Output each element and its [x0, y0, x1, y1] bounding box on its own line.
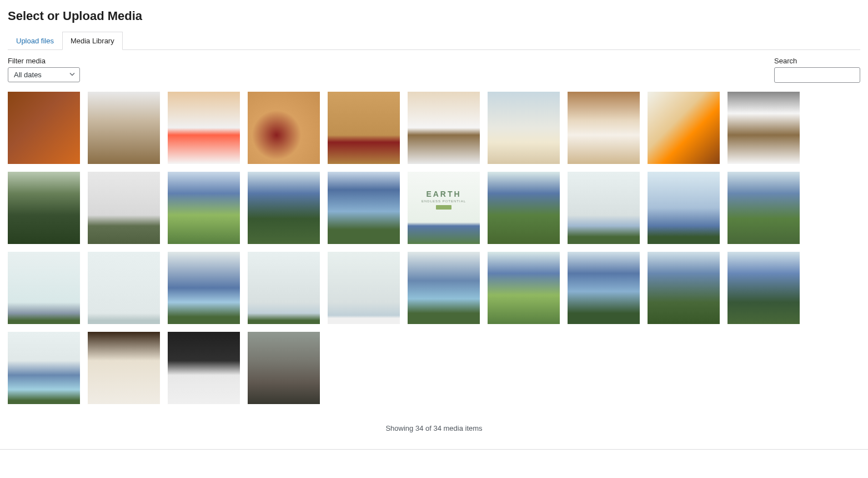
media-item-food-pizza[interactable] [648, 92, 720, 164]
media-item-food-crepe-plate[interactable] [408, 92, 480, 164]
media-thumbnail [168, 332, 240, 404]
item-count-text: Showing 34 of 34 media items [0, 409, 868, 450]
media-item-food-cake-slice[interactable] [88, 92, 160, 164]
media-item-mountains-minimal-3[interactable] [248, 252, 320, 324]
media-item-nature-forest-fog[interactable] [8, 172, 80, 244]
media-thumbnail [408, 92, 480, 164]
media-thumbnail [727, 172, 800, 244]
media-thumbnail [488, 252, 560, 324]
media-thumbnail [568, 172, 640, 244]
media-thumbnail [8, 172, 80, 244]
media-item-mountains-lake-island[interactable] [8, 332, 80, 404]
media-item-mountains-illustration-1[interactable] [168, 172, 240, 244]
earth-card-button [436, 205, 451, 210]
date-filter-select[interactable]: All dates [8, 67, 80, 82]
media-item-mountains-river-3[interactable] [568, 252, 640, 324]
tab-upload-files[interactable]: Upload files [8, 32, 62, 50]
media-thumbnail [8, 252, 80, 324]
tab-media-library[interactable]: Media Library [62, 32, 123, 50]
media-item-food-pastry-rolls[interactable] [568, 92, 640, 164]
media-item-business-signing-2[interactable] [168, 332, 240, 404]
media-thumbnail [328, 172, 400, 244]
media-thumbnail [568, 252, 640, 324]
media-item-mountains-lake[interactable] [168, 252, 240, 324]
media-thumbnail [248, 92, 320, 164]
media-thumbnail [328, 92, 400, 164]
media-thumbnail [727, 92, 800, 164]
media-item-mountains-minimal-4[interactable] [328, 252, 400, 324]
media-thumbnail [168, 172, 240, 244]
media-item-food-bowl-strawberries[interactable] [8, 92, 80, 164]
media-item-earth-landing-card[interactable]: EARTHENDLESS POTENTIAL [408, 172, 480, 244]
media-item-mountains-illustration-6[interactable] [648, 252, 720, 324]
media-item-mountains-minimal-2[interactable] [88, 252, 160, 324]
earth-card-title: EARTH [426, 190, 461, 198]
media-thumbnail [248, 252, 320, 324]
media-item-mountains-river-2[interactable] [648, 172, 720, 244]
media-thumbnail [168, 92, 240, 164]
media-thumbnail [648, 252, 720, 324]
media-thumbnail [8, 332, 80, 404]
media-item-food-strawberries[interactable] [328, 92, 400, 164]
media-item-mountains-illustration-2[interactable] [248, 172, 320, 244]
media-item-business-people-street[interactable] [248, 332, 320, 404]
media-thumbnail [488, 172, 560, 244]
search-input[interactable] [774, 67, 860, 83]
media-thumbnail [88, 92, 160, 164]
filter-media-label: Filter media [8, 57, 80, 65]
media-thumbnail [8, 92, 80, 164]
media-item-food-pasta-bowl[interactable] [168, 92, 240, 164]
media-item-food-cupcake[interactable] [248, 92, 320, 164]
media-item-business-signing-1[interactable] [88, 332, 160, 404]
media-item-food-cake-slice-2[interactable] [727, 92, 800, 164]
media-thumbnail [328, 252, 400, 324]
media-item-mountains-illustration-3[interactable] [488, 172, 560, 244]
media-thumbnail [168, 252, 240, 324]
media-item-mountains-illustration-5[interactable] [488, 252, 560, 324]
media-item-mountains-illustration-4[interactable] [727, 172, 800, 244]
search-label: Search [774, 57, 860, 65]
media-grid: EARTHENDLESS POTENTIAL [0, 87, 868, 409]
media-thumbnail [88, 172, 160, 244]
media-thumbnail [568, 92, 640, 164]
media-thumbnail [88, 252, 160, 324]
media-thumbnail [727, 252, 800, 324]
media-thumbnail: EARTHENDLESS POTENTIAL [408, 172, 480, 244]
tabs: Upload filesMedia Library [8, 31, 860, 50]
page-title: Select or Upload Media [8, 9, 860, 23]
media-item-mountains-lake-trees[interactable] [408, 252, 480, 324]
media-item-food-dessert-plate[interactable] [488, 92, 560, 164]
media-item-nature-treeline[interactable] [88, 172, 160, 244]
media-item-mountains-far-1[interactable] [568, 172, 640, 244]
media-thumbnail [248, 332, 320, 404]
earth-card-subtitle: ENDLESS POTENTIAL [422, 200, 466, 203]
media-thumbnail [248, 172, 320, 244]
filter-bar: Filter media All dates Search [0, 50, 868, 87]
media-thumbnail [488, 92, 560, 164]
media-thumbnail [408, 252, 480, 324]
media-thumbnail [648, 92, 720, 164]
media-thumbnail [648, 172, 720, 244]
media-item-mountains-minimal-1[interactable] [8, 252, 80, 324]
media-item-mountains-illustration-7[interactable] [727, 252, 800, 324]
media-thumbnail [88, 332, 160, 404]
media-item-mountains-river-illustration[interactable] [328, 172, 400, 244]
